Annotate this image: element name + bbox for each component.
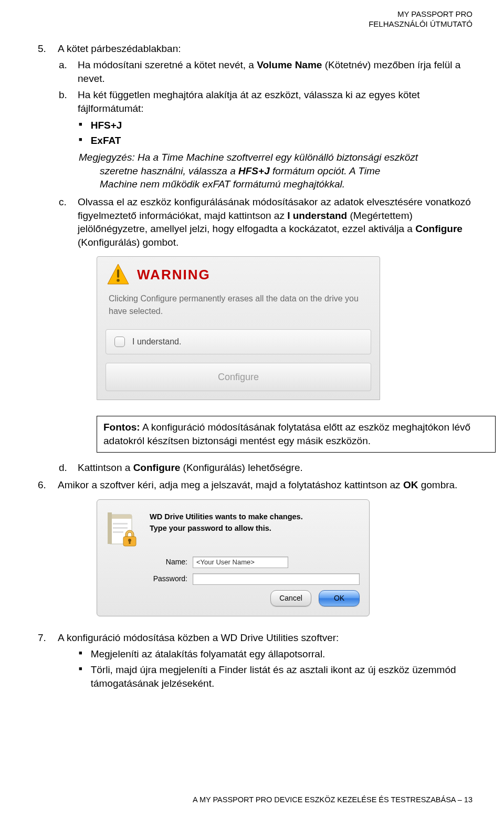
- step-5d-text: Kattintson a Configure (Konfigurálás) le…: [78, 461, 303, 475]
- main-content: 5. A kötet párbeszédablakban: a. Ha módo…: [32, 42, 472, 690]
- step-6: 6. Amikor a szoftver kéri, adja meg a je…: [38, 478, 472, 492]
- step-5b: b. Ha két független meghajtóra alakítja …: [38, 88, 472, 115]
- password-input[interactable]: [193, 573, 360, 585]
- understand-row[interactable]: I understand.: [106, 329, 371, 354]
- configure-button[interactable]: Configure: [106, 363, 371, 391]
- auth-name-row: Name:: [107, 557, 360, 568]
- note-line-2: szeretne használni, válassza a HFS+J for…: [38, 164, 472, 178]
- step-5c: c. Olvassa el az eszköz konfigurálásának…: [38, 195, 472, 249]
- square-bullet-icon: ■: [79, 119, 82, 132]
- step-5a: a. Ha módosítani szeretné a kötet nevét,…: [38, 58, 472, 85]
- understand-checkbox[interactable]: [114, 337, 125, 347]
- step-6-num: 6.: [38, 478, 51, 492]
- svg-rect-7: [113, 527, 128, 529]
- warning-icon: [107, 263, 130, 286]
- warning-panel: WARNING Clicking Configure permanently e…: [97, 256, 380, 400]
- svg-rect-11: [129, 541, 131, 544]
- warning-title: WARNING: [137, 266, 211, 284]
- understand-label: I understand.: [132, 336, 181, 348]
- svg-rect-8: [113, 531, 123, 533]
- step-5b-num: b.: [59, 88, 71, 115]
- note-block: Megjegyzés: Ha a Time Machine szoftverre…: [38, 151, 472, 164]
- square-bullet-icon: ■: [79, 134, 82, 148]
- svg-rect-4: [109, 515, 132, 519]
- bullet-hfsj: ■ HFS+J: [38, 119, 472, 132]
- svg-point-2: [117, 279, 120, 282]
- step-5-intro: A kötet párbeszédablakban:: [58, 42, 181, 56]
- svg-rect-5: [108, 512, 112, 544]
- lock-icon: [107, 509, 140, 547]
- page-footer: A MY PASSPORT PRO DEVICE ESZKÖZ KEZELÉSE…: [193, 795, 472, 805]
- step-5a-num: a.: [59, 58, 71, 85]
- svg-rect-6: [113, 523, 128, 525]
- important-callout: Fontos: A konfiguráció módosításának fol…: [97, 416, 496, 452]
- square-bullet-icon: ■: [79, 647, 82, 661]
- square-bullet-icon: ■: [79, 663, 82, 690]
- step-5a-text: Ha módosítani szeretné a kötet nevét, a …: [78, 58, 472, 85]
- step-5-num: 5.: [38, 42, 51, 56]
- auth-password-row: Password:: [107, 573, 360, 585]
- warning-header: WARNING: [97, 257, 380, 287]
- step-5: 5. A kötet párbeszédablakban:: [38, 42, 472, 56]
- auth-dialog: WD Drive Utilities wants to make changes…: [97, 499, 370, 616]
- step-5d-num: d.: [59, 461, 71, 475]
- header-product: MY PASSPORT PRO: [32, 9, 472, 19]
- step-5d: d. Kattintson a Configure (Konfigurálás)…: [38, 461, 472, 475]
- step-7-num: 7.: [38, 631, 51, 645]
- warning-body: Clicking Configure permanently erases al…: [97, 287, 380, 327]
- name-input[interactable]: [193, 557, 288, 568]
- auth-message: WD Drive Utilities wants to make changes…: [150, 509, 303, 534]
- note-line-3: Machine nem működik exFAT formátumú megh…: [38, 177, 472, 191]
- step-7-intro: A konfiguráció módosítása közben a WD Dr…: [58, 631, 339, 645]
- ok-button[interactable]: OK: [319, 590, 360, 606]
- password-label: Password:: [142, 574, 187, 584]
- step-7-bullet-1: ■ Megjeleníti az átalakítás folyamatát e…: [38, 647, 472, 661]
- step-5c-num: c.: [59, 195, 71, 249]
- name-label: Name:: [142, 557, 187, 567]
- page-header: MY PASSPORT PRO FELHASZNÁLÓI ÚTMUTATÓ: [32, 9, 472, 29]
- step-5b-text: Ha két független meghajtóra alakítja át …: [78, 88, 472, 115]
- bullet-exfat: ■ ExFAT: [38, 134, 472, 148]
- cancel-button[interactable]: Cancel: [270, 590, 311, 606]
- svg-rect-1: [117, 269, 119, 278]
- step-5c-text: Olvassa el az eszköz konfigurálásának mó…: [78, 195, 472, 249]
- step-7-bullet-2: ■ Törli, majd újra megjeleníti a Finder …: [38, 663, 472, 690]
- header-subtitle: FELHASZNÁLÓI ÚTMUTATÓ: [32, 19, 472, 29]
- step-6-text: Amikor a szoftver kéri, adja meg a jelsz…: [58, 478, 457, 492]
- step-7: 7. A konfiguráció módosítása közben a WD…: [38, 631, 472, 645]
